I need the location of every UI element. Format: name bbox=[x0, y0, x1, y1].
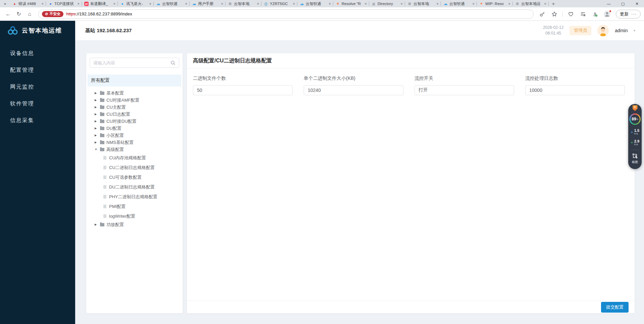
submit-config-button[interactable]: 提交配置 bbox=[601, 302, 629, 313]
tree-node[interactable]: logWriter配置 bbox=[86, 211, 183, 221]
monitor-widget[interactable]: 1 89% ▲ 1.5 K/s ▼ 2.9 K/s 截图 bbox=[628, 104, 642, 169]
user-avatar[interactable] bbox=[597, 25, 609, 36]
new-tab-button[interactable]: + bbox=[549, 0, 558, 7]
sidebar-item-software-mgmt[interactable]: 软件管理 bbox=[0, 95, 75, 112]
caret-icon[interactable] bbox=[95, 148, 98, 151]
tree-node[interactable]: CU内存池规格配置 bbox=[86, 153, 183, 163]
tree-node[interactable]: 高级配置 bbox=[86, 146, 183, 153]
tab-close-icon[interactable]: × bbox=[401, 2, 403, 6]
tab-close-icon[interactable]: × bbox=[437, 2, 439, 6]
password-key-icon[interactable] bbox=[538, 9, 547, 19]
browser-tab[interactable]: 有道翻译_ × bbox=[82, 0, 118, 7]
maximize-button[interactable]: ▢ bbox=[616, 0, 630, 7]
browser-tab[interactable]: 云智本地 × bbox=[226, 0, 261, 7]
user-menu-chevron-icon[interactable]: ▾ bbox=[634, 29, 635, 32]
caret-icon[interactable] bbox=[95, 99, 98, 102]
refresh-button[interactable]: ↻ bbox=[14, 9, 23, 19]
tree-node[interactable]: DU二进制日志规格配置 bbox=[86, 182, 183, 192]
favorites-bar-icon[interactable] bbox=[578, 9, 588, 19]
tab-close-icon[interactable]: × bbox=[257, 2, 259, 6]
tree-search-box[interactable] bbox=[90, 58, 179, 68]
security-badge[interactable]: ⊘ 不安全 bbox=[42, 11, 63, 17]
caret-icon[interactable] bbox=[95, 223, 98, 226]
browser-tab[interactable]: Resolve "R × bbox=[333, 0, 369, 7]
browser-tab[interactable]: 云智本地 × bbox=[405, 0, 441, 7]
caret-icon[interactable] bbox=[95, 141, 98, 144]
tab-close-icon[interactable]: × bbox=[149, 2, 151, 6]
browser-tab[interactable]: WIP: Reso × bbox=[477, 0, 513, 7]
update-button[interactable]: 更新 ··· bbox=[616, 10, 641, 18]
home-button[interactable]: ⌂ bbox=[25, 9, 34, 19]
tab-close-icon[interactable]: × bbox=[473, 2, 475, 6]
sidebar-item-info-collect[interactable]: 信息采集 bbox=[0, 112, 75, 129]
tab-close-icon[interactable]: × bbox=[329, 2, 331, 6]
browser-tab[interactable]: 错误 #488 × bbox=[10, 0, 46, 7]
sidebar-item-ne-monitor[interactable]: 网元监控 bbox=[0, 78, 75, 95]
search-icon[interactable] bbox=[170, 60, 176, 65]
browser-tab[interactable]: TCP连接状 × bbox=[46, 0, 82, 7]
tree-node[interactable]: CU二进制日志规格配置 bbox=[86, 163, 183, 172]
tree-node[interactable]: 基本配置 bbox=[86, 90, 183, 97]
field-input[interactable] bbox=[304, 85, 403, 95]
shield-badge-icon[interactable]: 1 bbox=[633, 105, 638, 111]
field-input[interactable] bbox=[414, 85, 514, 95]
profile-avatar[interactable] bbox=[602, 9, 612, 19]
field-input[interactable] bbox=[525, 85, 625, 95]
browser-tab[interactable]: 讯飞星火- × bbox=[118, 0, 154, 7]
minimize-button[interactable]: — bbox=[602, 0, 616, 7]
tree-node[interactable]: CU对接AMF配置 bbox=[86, 97, 183, 104]
tab-close-icon[interactable]: × bbox=[42, 2, 44, 6]
caret-icon[interactable] bbox=[95, 113, 98, 116]
browser-tab[interactable]: YZRT5GC × bbox=[261, 0, 297, 7]
tree-node-label: CU对接AMF配置 bbox=[106, 97, 139, 103]
caret-icon[interactable] bbox=[95, 120, 98, 123]
tree-node[interactable]: 功放配置 bbox=[86, 221, 183, 228]
address-bar[interactable]: ⊘ 不安全 https://192.168.62.237:8899/index bbox=[38, 9, 534, 19]
caret-icon[interactable] bbox=[95, 106, 98, 109]
tree-search-input[interactable] bbox=[93, 60, 168, 65]
caret-icon[interactable] bbox=[95, 92, 98, 95]
browser-menu-icon[interactable]: ··· bbox=[631, 11, 637, 16]
downloads-icon[interactable] bbox=[590, 9, 600, 19]
tree-node[interactable]: PHY二进制日志规格配置 bbox=[86, 192, 183, 202]
caret-icon[interactable] bbox=[95, 134, 98, 137]
browser-tab[interactable]: 云智软通 × bbox=[154, 0, 190, 7]
tab-close-icon[interactable]: × bbox=[508, 2, 510, 6]
browser-tab[interactable]: 云智本地运 × bbox=[513, 0, 549, 7]
tab-close-icon[interactable]: × bbox=[113, 2, 115, 6]
favorite-star-icon[interactable] bbox=[550, 9, 559, 19]
sidebar-item-config-mgmt[interactable]: 配置管理 bbox=[0, 62, 75, 78]
tree-node[interactable]: CU对接DU配置 bbox=[86, 118, 183, 125]
tree-node[interactable]: CU主配置 bbox=[86, 104, 183, 111]
tree-node[interactable]: CU可选参数配置 bbox=[86, 172, 183, 182]
tab-close-icon[interactable]: × bbox=[544, 2, 546, 6]
tree-node[interactable]: CU日志配置 bbox=[86, 111, 183, 118]
browser-tab[interactable]: 云智软通 × bbox=[297, 0, 333, 7]
field-input[interactable] bbox=[193, 85, 293, 95]
browser-essentials-icon[interactable] bbox=[566, 9, 576, 19]
tree-root-header[interactable]: 所有配置 bbox=[88, 74, 181, 87]
username[interactable]: admin bbox=[615, 28, 628, 33]
tab-close-icon[interactable]: × bbox=[221, 2, 223, 6]
tree-node[interactable]: NMS基站配置 bbox=[86, 139, 183, 146]
tree-node-label: PMI配置 bbox=[109, 204, 126, 210]
tab-close-icon[interactable]: × bbox=[185, 2, 187, 6]
browser-tab[interactable]: 用户手册 × bbox=[190, 0, 226, 7]
sidebar-item-device-info[interactable]: 设备信息 bbox=[0, 45, 75, 62]
browser-tab[interactable]: Directory × bbox=[369, 0, 405, 7]
tree-node[interactable]: DU配置 bbox=[86, 125, 183, 132]
tree-node[interactable]: PMI配置 bbox=[86, 202, 183, 211]
caret-icon[interactable] bbox=[95, 127, 98, 130]
usage-gauge[interactable]: 89% bbox=[629, 113, 641, 125]
screenshot-icon[interactable] bbox=[632, 153, 638, 159]
tab-close-icon[interactable]: × bbox=[293, 2, 295, 6]
tree-node[interactable]: 小区配置 bbox=[86, 132, 183, 139]
url-text[interactable]: https://192.168.62.237:8899/index bbox=[66, 11, 132, 16]
tab-close-icon[interactable]: × bbox=[365, 2, 367, 6]
back-button[interactable]: ← bbox=[3, 9, 13, 19]
tab-search-icon[interactable]: ▾ bbox=[0, 0, 10, 7]
browser-tab[interactable]: 云智软通 × bbox=[441, 0, 477, 7]
close-button[interactable]: × bbox=[630, 0, 644, 7]
tab-close-icon[interactable]: × bbox=[78, 2, 80, 6]
field-label: 单个二进制文件大小(KB) bbox=[304, 75, 403, 82]
